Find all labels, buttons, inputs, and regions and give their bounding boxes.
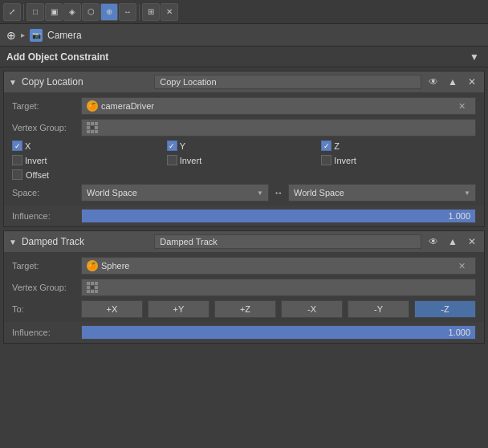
damped-track-visibility-btn[interactable]: 👁 [426,234,441,249]
copy-location-x-checkbox-item: ✓ X [12,141,31,151]
copy-location-invert-x-item: Invert [12,155,47,165]
damped-track-close-btn[interactable]: ✕ [465,234,479,249]
copy-location-x-checkbox[interactable]: ✓ [12,141,22,151]
toolbar-icon-chain[interactable]: ⊕ [100,3,118,21]
damped-track-vertex-row: Vertex Group: [12,279,476,296]
copy-location-target-field: 🍊 cameraDriver ✕ [81,97,476,115]
copy-location-close-btn[interactable]: ✕ [465,75,479,89]
copy-location-invert-row: Invert Invert Invert [12,155,476,165]
copy-location-target-row: Target: 🍊 cameraDriver ✕ [12,97,476,115]
header-title: Camera [47,30,82,41]
main-content: Add Object Constraint ▼ ▼ Copy Location … [0,47,488,448]
copy-location-space-to-arrow: ▼ [464,189,470,197]
copy-location-header: ▼ Copy Location 👁 ▲ ✕ [4,71,484,92]
header-breadcrumb-arrow: ▸ [21,31,25,39]
vertex-group-icon [87,122,98,133]
copy-location-influence-bar[interactable]: 1.000 [81,209,476,223]
toolbar-icon-4[interactable]: ◈ [63,3,81,21]
copy-location-target-value: cameraDriver [101,101,453,111]
copy-location-xyz-row: ✓ X ✓ Y ✓ Z [12,141,476,151]
copy-location-invert-y-item: Invert [167,155,202,165]
copy-location-target-label: Target: [12,101,76,111]
add-constraint-btn[interactable]: ▼ [467,50,482,64]
damped-track-to-row: To: +X +Y +Z -X -Y -Z [12,300,476,318]
damped-track-vertex-label: Vertex Group: [12,283,76,292]
copy-location-offset-row: Offset [12,169,476,180]
damped-track-target-row: Target: 🍊 Sphere ✕ [12,257,476,275]
header-bar: ⊕ ▸ 📷 Camera [0,24,488,47]
toolbar-sep-1 [23,4,24,20]
toolbar-group-left: ⤢ □ ▣ ◈ ⬡ ⊕ ↔ ⊞ ✕ [3,3,178,21]
damped-track-axis-y-pos[interactable]: +Y [148,300,209,318]
damped-track-influence-bar[interactable]: 1.000 [81,325,476,340]
copy-location-influence-label: Influence: [12,211,76,221]
copy-location-vertex-row: Vertex Group: [12,119,476,136]
copy-location-offset-checkbox[interactable] [12,169,22,180]
add-constraint-section: Add Object Constraint ▼ [0,47,488,67]
copy-location-space-swap[interactable]: ↔ [274,187,283,198]
copy-location-name-input[interactable] [154,75,421,89]
toolbar-icon-1[interactable]: ⤢ [3,3,21,21]
toolbar-icon-8[interactable]: ⊞ [142,3,160,21]
copy-location-space-row: Space: World Space ▼ ↔ World Space ▼ [12,184,476,202]
damped-track-axis-z-pos[interactable]: +Z [214,300,276,318]
copy-location-visibility-btn[interactable]: 👁 [426,75,441,89]
damped-track-body: Target: 🍊 Sphere ✕ Vertex Group: [4,252,484,343]
toolbar-icon-9[interactable]: ✕ [161,3,178,21]
copy-location-invert-y-label: Invert [180,156,202,165]
damped-track-axis-x-pos[interactable]: +X [81,300,143,318]
copy-location-x-label: X [25,141,31,151]
copy-location-collapse-btn[interactable]: ▲ [445,75,460,89]
damped-track-influence-value: 1.000 [87,328,470,337]
damped-track-influence-label: Influence: [12,328,76,337]
copy-location-vertex-field [81,119,476,136]
copy-location-influence-value: 1.000 [87,211,470,221]
copy-location-offset-label: Offset [26,170,49,180]
damped-track-target-field: 🍊 Sphere ✕ [81,257,476,275]
damped-track-vertex-field [81,279,476,296]
damped-track-type-label: Damped Track [22,236,149,247]
copy-location-target-clear[interactable]: ✕ [455,101,469,112]
copy-location-x-group: ✓ X [12,141,167,151]
damped-track-name-input[interactable] [154,234,421,249]
copy-location-invert-y-checkbox[interactable] [167,155,177,165]
copy-location-body: Target: 🍊 cameraDriver ✕ Vertex Group: [4,92,484,226]
copy-location-space-label: Space: [12,188,76,198]
damped-track-target-value: Sphere [101,261,453,271]
copy-location-space-from-dropdown[interactable]: World Space ▼ [81,184,269,202]
copy-location-panel: ▼ Copy Location 👁 ▲ ✕ Target: 🍊 cameraDr… [3,71,485,227]
copy-location-collapse[interactable]: ▼ [9,78,17,87]
toolbar-icon-3[interactable]: ▣ [45,3,63,21]
damped-track-obj-icon: 🍊 [87,260,98,271]
copy-location-z-checkbox-item: ✓ Z [321,141,340,151]
damped-track-axis-x-neg[interactable]: -X [281,300,343,318]
copy-location-y-checkbox[interactable]: ✓ [167,141,177,151]
copy-location-y-label: Y [180,141,185,151]
damped-track-axis-y-neg[interactable]: -Y [348,300,409,318]
copy-location-invert-z-checkbox[interactable] [321,155,331,165]
damped-track-collapse[interactable]: ▼ [9,238,17,246]
copy-location-invert-x-checkbox[interactable] [12,155,22,165]
copy-location-type-label: Copy Location [22,76,149,88]
copy-location-space-to-dropdown[interactable]: World Space ▼ [288,184,476,202]
copy-location-invert-x-label: Invert [25,156,47,165]
copy-location-y-group: ✓ Y [167,141,322,151]
damped-track-panel: ▼ Damped Track 👁 ▲ ✕ Target: 🍊 Sphere ✕ … [3,230,485,344]
toolbar-icon-7[interactable]: ↔ [119,3,136,21]
copy-location-influence-row: Influence: 1.000 [4,206,484,226]
copy-location-z-label: Z [334,141,340,151]
toolbar-icon-2[interactable]: □ [26,3,44,21]
copy-location-z-group: ✓ Z [321,141,476,151]
copy-location-invert-y-group: Invert [167,155,322,165]
copy-location-space-to-value: World Space [294,188,344,198]
toolbar-icon-5[interactable]: ⬡ [82,3,100,21]
damped-track-axis-z-neg[interactable]: -Z [414,300,476,318]
copy-location-vertex-label: Vertex Group: [12,123,76,132]
damped-track-to-label: To: [12,304,76,314]
copy-location-z-checkbox[interactable]: ✓ [321,141,331,151]
add-constraint-label: Add Object Constraint [6,51,464,63]
copy-location-invert-z-group: Invert [321,155,476,165]
damped-track-vertex-icon [87,282,98,293]
damped-track-target-clear[interactable]: ✕ [455,261,469,271]
damped-track-collapse-btn[interactable]: ▲ [445,234,460,249]
